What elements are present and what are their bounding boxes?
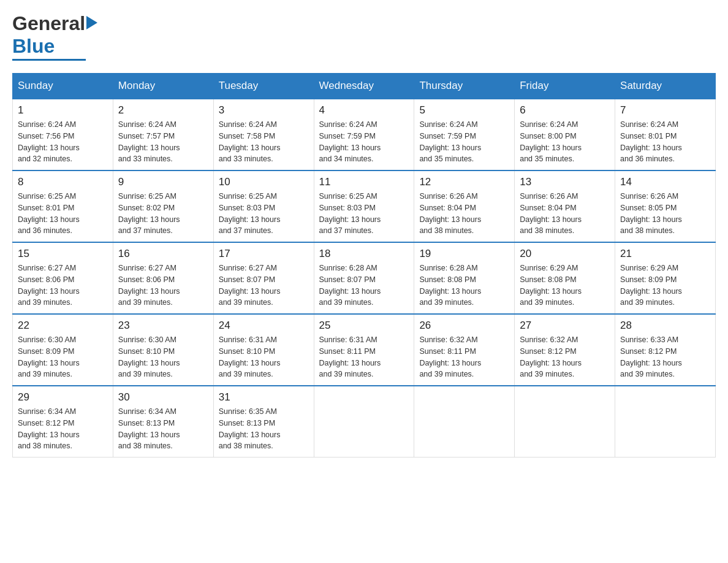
calendar-cell: 3 Sunrise: 6:24 AM Sunset: 7:58 PM Dayli…: [213, 99, 314, 170]
day-number: 6: [520, 104, 610, 117]
day-info: Sunrise: 6:24 AM Sunset: 8:01 PM Dayligh…: [620, 119, 710, 165]
day-info: Sunrise: 6:27 AM Sunset: 8:06 PM Dayligh…: [18, 262, 108, 308]
day-number: 22: [18, 320, 108, 332]
day-number: 27: [520, 320, 610, 332]
page-header: General Blue: [12, 12, 716, 61]
calendar-cell: 13 Sunrise: 6:26 AM Sunset: 8:04 PM Dayl…: [515, 170, 615, 242]
day-number: 18: [319, 248, 409, 260]
weekday-header-sunday: Sunday: [13, 74, 113, 99]
calendar-cell: 7 Sunrise: 6:24 AM Sunset: 8:01 PM Dayli…: [615, 99, 716, 170]
day-number: 11: [319, 176, 409, 188]
day-number: 12: [419, 176, 509, 188]
logo-underline: [12, 59, 86, 61]
day-number: 31: [219, 391, 309, 404]
calendar-cell: 17 Sunrise: 6:27 AM Sunset: 8:07 PM Dayl…: [213, 242, 314, 314]
day-info: Sunrise: 6:27 AM Sunset: 8:07 PM Dayligh…: [219, 262, 309, 308]
day-info: Sunrise: 6:33 AM Sunset: 8:12 PM Dayligh…: [620, 334, 710, 380]
weekday-header-tuesday: Tuesday: [213, 74, 314, 99]
weekday-header-thursday: Thursday: [414, 74, 515, 99]
calendar-cell: 9 Sunrise: 6:25 AM Sunset: 8:02 PM Dayli…: [113, 170, 213, 242]
day-number: 15: [18, 248, 108, 260]
calendar-cell: 14 Sunrise: 6:26 AM Sunset: 8:05 PM Dayl…: [615, 170, 716, 242]
logo: General Blue: [12, 12, 99, 61]
day-info: Sunrise: 6:29 AM Sunset: 8:08 PM Dayligh…: [520, 262, 610, 308]
calendar-cell: [414, 386, 515, 458]
day-info: Sunrise: 6:25 AM Sunset: 8:03 PM Dayligh…: [219, 191, 309, 237]
calendar-cell: 27 Sunrise: 6:32 AM Sunset: 8:12 PM Dayl…: [515, 314, 615, 386]
day-number: 4: [319, 104, 409, 117]
day-number: 10: [219, 176, 309, 188]
calendar-cell: 6 Sunrise: 6:24 AM Sunset: 8:00 PM Dayli…: [515, 99, 615, 170]
day-info: Sunrise: 6:28 AM Sunset: 8:08 PM Dayligh…: [419, 262, 509, 308]
calendar-cell: [615, 386, 716, 458]
calendar-cell: 20 Sunrise: 6:29 AM Sunset: 8:08 PM Dayl…: [515, 242, 615, 314]
calendar-cell: 16 Sunrise: 6:27 AM Sunset: 8:06 PM Dayl…: [113, 242, 213, 314]
day-info: Sunrise: 6:26 AM Sunset: 8:05 PM Dayligh…: [620, 191, 710, 237]
day-info: Sunrise: 6:25 AM Sunset: 8:01 PM Dayligh…: [18, 191, 108, 237]
day-number: 28: [620, 320, 710, 332]
weekday-header-monday: Monday: [113, 74, 213, 99]
day-info: Sunrise: 6:26 AM Sunset: 8:04 PM Dayligh…: [419, 191, 509, 237]
day-info: Sunrise: 6:31 AM Sunset: 8:10 PM Dayligh…: [219, 334, 309, 380]
day-info: Sunrise: 6:24 AM Sunset: 7:59 PM Dayligh…: [319, 119, 409, 165]
day-info: Sunrise: 6:32 AM Sunset: 8:11 PM Dayligh…: [419, 334, 509, 380]
weekday-header-saturday: Saturday: [615, 74, 716, 99]
day-info: Sunrise: 6:25 AM Sunset: 8:02 PM Dayligh…: [118, 191, 208, 237]
calendar-cell: [515, 386, 615, 458]
day-info: Sunrise: 6:30 AM Sunset: 8:10 PM Dayligh…: [118, 334, 208, 380]
calendar-cell: 15 Sunrise: 6:27 AM Sunset: 8:06 PM Dayl…: [13, 242, 113, 314]
day-info: Sunrise: 6:24 AM Sunset: 7:56 PM Dayligh…: [18, 119, 108, 165]
day-number: 17: [219, 248, 309, 260]
day-number: 5: [419, 104, 509, 117]
calendar-cell: 12 Sunrise: 6:26 AM Sunset: 8:04 PM Dayl…: [414, 170, 515, 242]
logo-blue-text: Blue: [12, 35, 55, 58]
day-info: Sunrise: 6:27 AM Sunset: 8:06 PM Dayligh…: [118, 262, 208, 308]
day-info: Sunrise: 6:24 AM Sunset: 7:59 PM Dayligh…: [419, 119, 509, 165]
calendar-cell: 26 Sunrise: 6:32 AM Sunset: 8:11 PM Dayl…: [414, 314, 515, 386]
day-number: 7: [620, 104, 710, 117]
day-info: Sunrise: 6:29 AM Sunset: 8:09 PM Dayligh…: [620, 262, 710, 308]
day-info: Sunrise: 6:34 AM Sunset: 8:13 PM Dayligh…: [118, 406, 208, 452]
day-info: Sunrise: 6:26 AM Sunset: 8:04 PM Dayligh…: [520, 191, 610, 237]
day-number: 26: [419, 320, 509, 332]
day-info: Sunrise: 6:34 AM Sunset: 8:12 PM Dayligh…: [18, 406, 108, 452]
day-info: Sunrise: 6:24 AM Sunset: 7:57 PM Dayligh…: [118, 119, 208, 165]
calendar-cell: 29 Sunrise: 6:34 AM Sunset: 8:12 PM Dayl…: [13, 386, 113, 458]
calendar-cell: [314, 386, 414, 458]
day-info: Sunrise: 6:24 AM Sunset: 8:00 PM Dayligh…: [520, 119, 610, 165]
day-number: 24: [219, 320, 309, 332]
day-info: Sunrise: 6:35 AM Sunset: 8:13 PM Dayligh…: [219, 406, 309, 452]
weekday-header-row: SundayMondayTuesdayWednesdayThursdayFrid…: [13, 74, 716, 99]
week-row-5: 29 Sunrise: 6:34 AM Sunset: 8:12 PM Dayl…: [13, 386, 716, 458]
calendar-cell: 25 Sunrise: 6:31 AM Sunset: 8:11 PM Dayl…: [314, 314, 414, 386]
day-number: 3: [219, 104, 309, 117]
calendar-cell: 8 Sunrise: 6:25 AM Sunset: 8:01 PM Dayli…: [13, 170, 113, 242]
day-number: 25: [319, 320, 409, 332]
week-row-4: 22 Sunrise: 6:30 AM Sunset: 8:09 PM Dayl…: [13, 314, 716, 386]
day-number: 9: [118, 176, 208, 188]
calendar-table: SundayMondayTuesdayWednesdayThursdayFrid…: [12, 73, 716, 458]
calendar-cell: 10 Sunrise: 6:25 AM Sunset: 8:03 PM Dayl…: [213, 170, 314, 242]
week-row-1: 1 Sunrise: 6:24 AM Sunset: 7:56 PM Dayli…: [13, 99, 716, 170]
day-number: 30: [118, 391, 208, 404]
logo-general-text: General: [12, 12, 85, 35]
week-row-2: 8 Sunrise: 6:25 AM Sunset: 8:01 PM Dayli…: [13, 170, 716, 242]
day-number: 23: [118, 320, 208, 332]
calendar-cell: 30 Sunrise: 6:34 AM Sunset: 8:13 PM Dayl…: [113, 386, 213, 458]
day-info: Sunrise: 6:28 AM Sunset: 8:07 PM Dayligh…: [319, 262, 409, 308]
day-number: 13: [520, 176, 610, 188]
week-row-3: 15 Sunrise: 6:27 AM Sunset: 8:06 PM Dayl…: [13, 242, 716, 314]
weekday-header-wednesday: Wednesday: [314, 74, 414, 99]
day-info: Sunrise: 6:25 AM Sunset: 8:03 PM Dayligh…: [319, 191, 409, 237]
calendar-cell: 31 Sunrise: 6:35 AM Sunset: 8:13 PM Dayl…: [213, 386, 314, 458]
calendar-cell: 19 Sunrise: 6:28 AM Sunset: 8:08 PM Dayl…: [414, 242, 515, 314]
calendar-cell: 11 Sunrise: 6:25 AM Sunset: 8:03 PM Dayl…: [314, 170, 414, 242]
calendar-cell: 5 Sunrise: 6:24 AM Sunset: 7:59 PM Dayli…: [414, 99, 515, 170]
calendar-cell: 21 Sunrise: 6:29 AM Sunset: 8:09 PM Dayl…: [615, 242, 716, 314]
day-number: 1: [18, 104, 108, 117]
day-info: Sunrise: 6:31 AM Sunset: 8:11 PM Dayligh…: [319, 334, 409, 380]
calendar-cell: 22 Sunrise: 6:30 AM Sunset: 8:09 PM Dayl…: [13, 314, 113, 386]
day-number: 16: [118, 248, 208, 260]
day-number: 19: [419, 248, 509, 260]
calendar-cell: 23 Sunrise: 6:30 AM Sunset: 8:10 PM Dayl…: [113, 314, 213, 386]
